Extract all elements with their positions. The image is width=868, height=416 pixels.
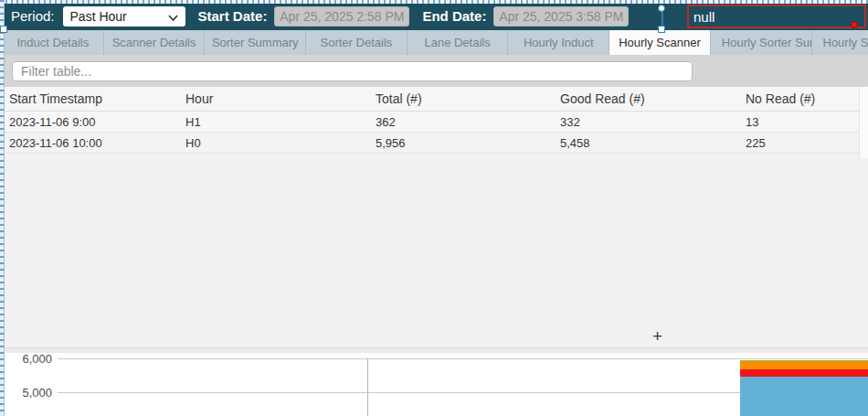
column-header-no-read[interactable]: No Read (#) xyxy=(746,91,868,106)
table-row[interactable]: 2023-11-06 9:00 H1 362 332 13 xyxy=(3,112,868,133)
table-empty-area xyxy=(3,154,868,347)
category-divider-line xyxy=(367,358,368,416)
bar-segment-unlabeled-green xyxy=(740,360,868,361)
cell-no-read: 225 xyxy=(746,136,868,150)
selection-handle-square[interactable] xyxy=(658,26,665,33)
add-button[interactable]: + xyxy=(652,327,662,345)
chevron-down-icon xyxy=(168,9,178,24)
bar-segment-unlabeled-orange xyxy=(740,361,868,369)
start-date-label: Start Date: xyxy=(198,8,268,24)
tab-lane-details[interactable]: Lane Details xyxy=(408,30,509,55)
column-header-good-read[interactable]: Good Read (#) xyxy=(560,91,746,106)
tab-sorter-summary[interactable]: Sorter Summary xyxy=(205,30,306,55)
tab-hourly-scanner[interactable]: Hourly Scanner xyxy=(609,30,711,55)
column-header-total[interactable]: Total (#) xyxy=(376,91,560,106)
table-header-row: Start Timestamp Hour Total (#) Good Read… xyxy=(3,87,868,112)
cell-total: 362 xyxy=(376,115,560,129)
tab-hourly-sorter-summary[interactable]: Hourly Sorter Summary xyxy=(711,30,812,55)
cell-start-timestamp: 2023-11-06 9:00 xyxy=(3,115,185,129)
y-axis-tick: 6,000 xyxy=(5,352,52,366)
end-date-input[interactable]: Apr 25, 2025 3:58 PM xyxy=(493,6,629,27)
vertical-scrollbar[interactable] xyxy=(859,87,868,158)
error-dot-icon xyxy=(851,21,858,28)
selection-ruler-left xyxy=(0,0,5,416)
cell-total: 5,956 xyxy=(376,136,560,150)
tab-hourly-induct[interactable]: Hourly Induct xyxy=(508,30,609,55)
cell-hour: H0 xyxy=(185,136,376,150)
stacked-bar xyxy=(740,353,868,416)
tab-scanner-details[interactable]: Scanner Details xyxy=(104,30,206,55)
cell-good-read: 5,458 xyxy=(560,136,746,150)
tab-bar: Induct Details Scanner Details Sorter Su… xyxy=(3,30,868,55)
bar-segment-good-read xyxy=(740,377,868,416)
cell-hour: H1 xyxy=(185,115,376,129)
period-select-value: Past Hour xyxy=(70,9,127,24)
filter-bar xyxy=(3,55,868,87)
cell-start-timestamp: 2023-11-06 10:00 xyxy=(3,136,185,150)
bar-segment-no-read xyxy=(740,369,868,377)
selection-ruler-top xyxy=(0,0,868,4)
column-header-hour[interactable]: Hour xyxy=(185,91,376,106)
hourly-scanner-chart: 6,000 5,000 xyxy=(3,353,868,416)
cell-good-read: 332 xyxy=(560,115,746,129)
period-label: Period: xyxy=(11,8,55,24)
end-date-label: End Date: xyxy=(422,8,486,24)
overlay-null-input[interactable]: null xyxy=(687,5,866,28)
table-row[interactable]: 2023-11-06 10:00 H0 5,956 5,458 225 xyxy=(3,133,868,154)
filter-table-input[interactable] xyxy=(12,61,693,81)
app-window: Period: Past Hour Start Date: Apr 25, 20… xyxy=(0,0,868,416)
tab-sorter-details[interactable]: Sorter Details xyxy=(306,30,408,55)
y-axis-tick: 5,000 xyxy=(5,386,52,400)
selection-handle-corner[interactable] xyxy=(0,26,7,33)
tab-hourly-sorter[interactable]: Hourly Sorter xyxy=(812,30,868,55)
tab-induct-details[interactable]: Induct Details xyxy=(3,30,104,55)
cell-no-read: 13 xyxy=(746,115,868,129)
selection-handle-circle[interactable] xyxy=(658,5,665,12)
overlay-null-value: null xyxy=(693,9,715,25)
start-date-input[interactable]: Apr 25, 2025 2:58 PM xyxy=(274,6,409,27)
period-select[interactable]: Past Hour xyxy=(63,6,185,27)
column-header-start-timestamp[interactable]: Start Timestamp xyxy=(3,91,185,106)
